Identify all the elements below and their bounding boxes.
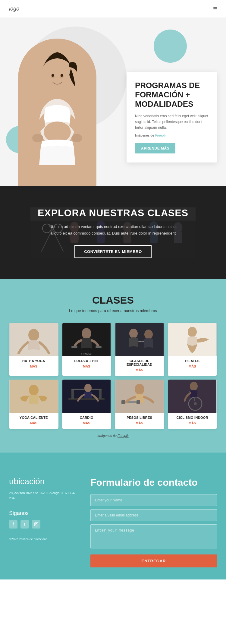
hero-description: Nibh venenatis cras sed felis eget velit… [135, 113, 209, 131]
svg-point-57 [194, 402, 197, 405]
class-card-title-3: PILATES [171, 359, 214, 363]
class-card-7: CICLISMO INDOORMÁS [168, 380, 217, 429]
svg-point-8 [32, 134, 43, 142]
facebook-icon[interactable]: f [9, 520, 17, 529]
hero-cta-button[interactable]: APRENDE MÁS [135, 143, 175, 153]
class-card-1: FITNESS FUERZA + HIITMÁS [62, 323, 111, 376]
svg-point-9 [71, 134, 82, 142]
classes-section: CLASES Lo que tenemos para ofrecer a nue… [0, 279, 226, 453]
explore-title: EXPLORA NUESTRAS CLASES [12, 207, 214, 219]
class-card-more-5[interactable]: MÁS [66, 421, 108, 425]
svg-text:FITNESS: FITNESS [81, 352, 92, 355]
classes-freepik-link[interactable]: Freepik [118, 434, 129, 437]
svg-rect-53 [121, 400, 125, 404]
svg-point-40 [188, 327, 197, 337]
classes-title: CLASES [9, 294, 217, 306]
class-card-3: PILATESMÁS [168, 323, 217, 376]
svg-rect-36 [115, 323, 164, 356]
class-card-image-3 [168, 323, 217, 356]
explore-cta-button[interactable]: CONVIÉRTETE EN MIEMBRO [74, 245, 152, 258]
footer-follow-title: Siganos [9, 510, 75, 516]
svg-point-37 [129, 329, 138, 338]
class-card-title-0: HATHA YOGA [13, 359, 55, 363]
class-card-title-2: CLASES DE ESPECIALIDAD [118, 359, 161, 366]
svg-rect-46 [71, 389, 74, 399]
hero-title: PROGRAMAS DE FORMACIÓN + MODALIDADES [135, 81, 209, 109]
class-card-image-7 [168, 380, 217, 413]
class-card-6: PESOS LIBRESMÁS [115, 380, 164, 429]
svg-rect-61 [34, 522, 38, 526]
class-card-image-6 [115, 380, 164, 413]
classes-grid-row1: HATHA YOGAMÁS FITNESS FUERZA + HIITMÁS C… [9, 323, 217, 429]
class-card-image-0 [9, 323, 58, 356]
class-card-more-2[interactable]: MÁS [118, 368, 161, 372]
class-card-more-1[interactable]: MÁS [66, 365, 108, 368]
footer-form-title: Formulario de contacto [90, 477, 217, 488]
svg-rect-30 [10, 323, 58, 356]
contact-message-input[interactable] [90, 524, 217, 548]
twitter-icon[interactable]: t [20, 520, 29, 529]
svg-point-32 [82, 328, 91, 339]
svg-point-51 [135, 384, 144, 395]
contact-submit-button[interactable]: ENTREGAR [90, 554, 217, 567]
class-card-title-4: YOGA CALIENTE [13, 416, 55, 419]
svg-point-63 [37, 523, 37, 524]
class-card-more-3[interactable]: MÁS [171, 365, 214, 368]
class-card-more-4[interactable]: MÁS [13, 421, 55, 425]
site-footer: ubicación 28 jackson Blvd Ste 1620 Chica… [0, 453, 226, 579]
contact-name-input[interactable] [90, 494, 217, 506]
class-card-more-6[interactable]: MÁS [118, 421, 161, 425]
class-card-title-6: PESOS LIBRES [118, 416, 161, 419]
class-card-more-7[interactable]: MÁS [171, 421, 214, 425]
svg-point-49 [84, 384, 92, 392]
classes-title-container: CLASES [9, 294, 217, 306]
contact-email-input[interactable] [90, 509, 217, 521]
svg-point-38 [144, 330, 153, 339]
footer-address: 28 jackson Blvd Ste 1620 Chicago, IL 606… [9, 491, 75, 501]
class-card-image-2 [115, 323, 164, 356]
footer-location-title: ubicación [9, 477, 75, 486]
freepik-link[interactable]: Freepik [155, 134, 166, 137]
class-card-image-1: FITNESS [62, 323, 111, 356]
svg-point-62 [35, 523, 37, 525]
hero-card: PROGRAMAS DE FORMACIÓN + MODALIDADES Nib… [127, 72, 217, 163]
footer-left: ubicación 28 jackson Blvd Ste 1620 Chica… [0, 468, 84, 579]
class-card-title-5: CARDIO [66, 416, 108, 419]
svg-point-7 [61, 74, 63, 77]
hero-freepik: Imágenes de Freepik [135, 133, 209, 138]
hero-section: PROGRAMAS DE FORMACIÓN + MODALIDADES Nib… [0, 17, 226, 186]
classes-subtitle: Lo que tenemos para ofrecer a nuestros m… [9, 308, 217, 314]
class-card-title-1: FUERZA + HIIT [66, 359, 108, 363]
svg-point-2 [44, 122, 71, 143]
footer-inner: ubicación 28 jackson Blvd Ste 1620 Chica… [0, 468, 226, 579]
logo: logo [9, 6, 19, 12]
svg-rect-47 [99, 389, 102, 399]
svg-rect-33 [71, 346, 77, 348]
svg-rect-34 [96, 346, 102, 348]
explore-description: Ut enim ad minim veniam, quis nostrud ex… [44, 223, 182, 237]
hero-circle-teal-top-right [154, 30, 187, 63]
explore-section: EXPLORA NUESTRAS CLASES Ut enim ad minim… [0, 186, 226, 279]
class-card-0: HATHA YOGAMÁS [9, 323, 58, 376]
class-card-2: CLASES DE ESPECIALIDADMÁS [115, 323, 164, 376]
svg-rect-54 [137, 400, 140, 404]
footer-social: f t [9, 520, 75, 529]
instagram-icon[interactable] [32, 520, 40, 529]
footer-copyright: ©2022 Política de privacidad [9, 538, 75, 541]
class-card-5: CARDIOMÁS [62, 380, 111, 429]
explore-content: EXPLORA NUESTRAS CLASES Ut enim ad minim… [12, 207, 214, 258]
class-card-title-7: CICLISMO INDOOR [171, 416, 214, 419]
class-card-more-0[interactable]: MÁS [13, 365, 55, 368]
hamburger-menu[interactable]: ≡ [213, 5, 217, 13]
class-card-image-5 [62, 380, 111, 413]
class-card-4: YOGA CALIENTEMÁS [9, 380, 58, 429]
class-card-image-4 [9, 380, 58, 413]
svg-point-6 [52, 74, 54, 77]
svg-point-43 [29, 385, 39, 396]
footer-right: Formulario de contacto ENTREGAR [84, 468, 226, 579]
classes-freepik: Imágenes de Freepik [9, 434, 217, 437]
site-header: logo ≡ [0, 0, 226, 17]
hero-person-image [18, 39, 96, 186]
svg-point-60 [190, 382, 198, 391]
